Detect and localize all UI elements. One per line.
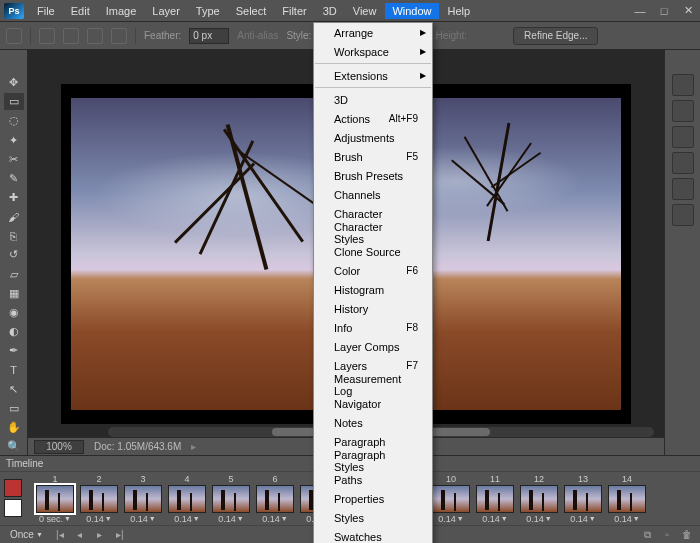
frame-delay[interactable]: 0.14▼ [526, 514, 551, 524]
frame-delay[interactable]: 0.14▼ [482, 514, 507, 524]
history-brush-tool[interactable]: ↺ [4, 246, 24, 263]
timeline-frame[interactable]: 110.14▼ [474, 474, 516, 524]
menu-item-channels[interactable]: Channels [314, 185, 432, 204]
status-arrow-icon[interactable]: ▸ [191, 441, 196, 452]
timeline-frame[interactable]: 140.14▼ [606, 474, 648, 524]
menu-item-properties[interactable]: Properties [314, 489, 432, 508]
minimize-button[interactable]: ― [632, 4, 648, 18]
menu-item-extensions[interactable]: Extensions▶ [314, 66, 432, 85]
menu-item-history[interactable]: History [314, 299, 432, 318]
panel-icon[interactable] [672, 178, 694, 200]
timeline-frame[interactable]: 10 sec.▼ [34, 474, 76, 524]
menu-item-brush[interactable]: BrushF5 [314, 147, 432, 166]
menu-item-histogram[interactable]: Histogram [314, 280, 432, 299]
blur-tool[interactable]: ◉ [4, 304, 24, 321]
pen-tool[interactable]: ✒ [4, 342, 24, 359]
play-button[interactable]: ▸ [93, 528, 107, 542]
brush-tool[interactable]: 🖌 [4, 208, 24, 225]
first-frame-button[interactable]: |◂ [53, 528, 67, 542]
menu-help[interactable]: Help [441, 3, 478, 19]
menu-window[interactable]: Window [385, 3, 438, 19]
menu-select[interactable]: Select [229, 3, 274, 19]
timeline-frame[interactable]: 20.14▼ [78, 474, 120, 524]
timeline-frame[interactable]: 130.14▼ [562, 474, 604, 524]
panel-icon[interactable] [672, 204, 694, 226]
tween-button[interactable]: ⧉ [640, 528, 654, 542]
selection-new-icon[interactable] [39, 28, 55, 44]
selection-add-icon[interactable] [63, 28, 79, 44]
refine-edge-button[interactable]: Refine Edge... [513, 27, 598, 45]
color-swatches[interactable] [4, 479, 28, 519]
timeline-frame[interactable]: 120.14▼ [518, 474, 560, 524]
menu-item-paragraph-styles[interactable]: Paragraph Styles [314, 451, 432, 470]
zoom-tool[interactable]: 🔍 [4, 438, 24, 455]
feather-input[interactable] [189, 28, 229, 44]
background-swatch[interactable] [4, 499, 22, 517]
rectangle-tool[interactable]: ▭ [4, 400, 24, 417]
close-button[interactable]: ✕ [680, 4, 696, 18]
menu-item-brush-presets[interactable]: Brush Presets [314, 166, 432, 185]
rectangular-marquee-tool[interactable]: ▭ [4, 93, 24, 110]
loop-selector[interactable]: Once▼ [6, 529, 47, 540]
frame-delay[interactable]: 0.14▼ [130, 514, 155, 524]
frame-delay[interactable]: 0.14▼ [614, 514, 639, 524]
dodge-tool[interactable]: ◐ [4, 323, 24, 340]
menu-item-paths[interactable]: Paths [314, 470, 432, 489]
type-tool[interactable]: T [4, 361, 24, 378]
clone-stamp-tool[interactable]: ⎘ [4, 227, 24, 244]
next-frame-button[interactable]: ▸| [113, 528, 127, 542]
frame-delay[interactable]: 0.14▼ [218, 514, 243, 524]
menu-item-color[interactable]: ColorF6 [314, 261, 432, 280]
menu-item-notes[interactable]: Notes [314, 413, 432, 432]
menu-item-navigator[interactable]: Navigator [314, 394, 432, 413]
menu-item-character-styles[interactable]: Character Styles [314, 223, 432, 242]
foreground-swatch[interactable] [4, 479, 22, 497]
eyedropper-tool[interactable]: ✎ [4, 170, 24, 187]
zoom-input[interactable]: 100% [34, 440, 84, 454]
menu-3d[interactable]: 3D [316, 3, 344, 19]
prev-frame-button[interactable]: ◂ [73, 528, 87, 542]
lasso-tool[interactable]: ◌ [4, 112, 24, 129]
menu-layer[interactable]: Layer [145, 3, 187, 19]
frame-delay[interactable]: 0.14▼ [262, 514, 287, 524]
panel-icon[interactable] [672, 100, 694, 122]
timeline-frame[interactable]: 50.14▼ [210, 474, 252, 524]
menu-image[interactable]: Image [99, 3, 144, 19]
menu-filter[interactable]: Filter [275, 3, 313, 19]
path-select-tool[interactable]: ↖ [4, 381, 24, 398]
frame-delay[interactable]: 0.14▼ [570, 514, 595, 524]
menu-item-arrange[interactable]: Arrange▶ [314, 23, 432, 42]
timeline-frame[interactable]: 40.14▼ [166, 474, 208, 524]
hand-tool[interactable]: ✋ [4, 419, 24, 436]
panel-icon[interactable] [672, 74, 694, 96]
menu-item-workspace[interactable]: Workspace▶ [314, 42, 432, 61]
menu-type[interactable]: Type [189, 3, 227, 19]
frame-delay[interactable]: 0.14▼ [438, 514, 463, 524]
timeline-frame[interactable]: 100.14▼ [430, 474, 472, 524]
frame-delay[interactable]: 0.14▼ [86, 514, 111, 524]
menu-item-measurement-log[interactable]: Measurement Log [314, 375, 432, 394]
frame-delay[interactable]: 0 sec.▼ [39, 514, 71, 524]
menu-item-actions[interactable]: ActionsAlt+F9 [314, 109, 432, 128]
timeline-frame[interactable]: 60.14▼ [254, 474, 296, 524]
selection-intersect-icon[interactable] [111, 28, 127, 44]
menu-item-clone-source[interactable]: Clone Source [314, 242, 432, 261]
spot-heal-tool[interactable]: ✚ [4, 189, 24, 206]
maximize-button[interactable]: □ [656, 4, 672, 18]
gradient-tool[interactable]: ▦ [4, 285, 24, 302]
frame-delay[interactable]: 0.14▼ [174, 514, 199, 524]
menu-item-info[interactable]: InfoF8 [314, 318, 432, 337]
menu-edit[interactable]: Edit [64, 3, 97, 19]
menu-item-3d[interactable]: 3D [314, 90, 432, 109]
panel-icon[interactable] [672, 126, 694, 148]
menu-file[interactable]: File [30, 3, 62, 19]
menu-view[interactable]: View [346, 3, 384, 19]
selection-subtract-icon[interactable] [87, 28, 103, 44]
menu-item-adjustments[interactable]: Adjustments [314, 128, 432, 147]
menu-item-swatches[interactable]: Swatches [314, 527, 432, 543]
magic-wand-tool[interactable]: ✦ [4, 131, 24, 148]
eraser-tool[interactable]: ▱ [4, 266, 24, 283]
timeline-frame[interactable]: 30.14▼ [122, 474, 164, 524]
panel-icon[interactable] [672, 152, 694, 174]
tool-preset-icon[interactable] [6, 28, 22, 44]
